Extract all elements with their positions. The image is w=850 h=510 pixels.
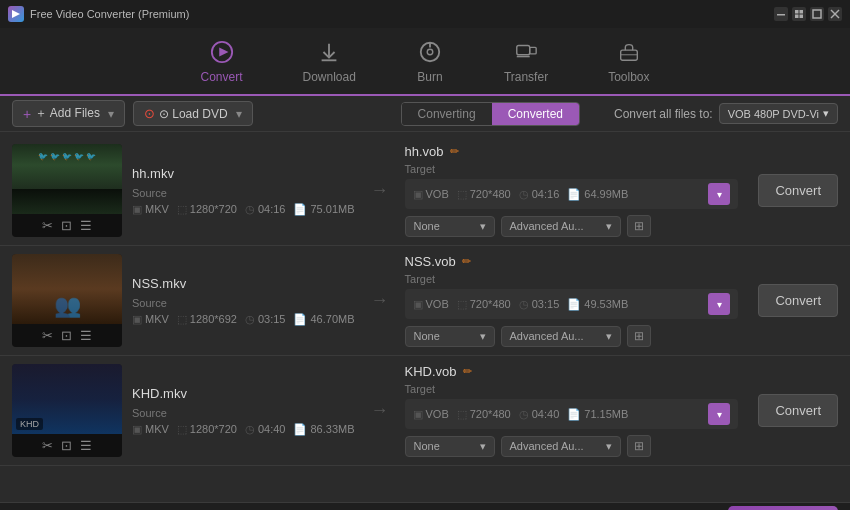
source-label-2: Source [132,297,355,309]
thumb-img-2: 👥 [12,254,122,324]
svg-marker-10 [219,47,228,56]
file-item-2: 👥 ✂ ⊡ ☰ NSS.mkv Source ▣ MKV ⬚ 1280*692 [0,246,850,356]
add-files-dropdown-icon[interactable]: ▾ [108,107,114,121]
toolbar: + ＋ Add Files ▾ ⊙ ⊙ Load DVD ▾ Convertin… [0,96,850,132]
target-size-1: 📄 64.99MB [567,188,628,201]
file-info-3: KHD.mkv Source ▣MKV ⬚1280*720 ◷04:40 📄86… [132,364,355,457]
target-row-2: ▣VOB ⬚720*480 ◷03:15 📄49.53MB ▾ [405,289,739,319]
source-size-2: 📄 46.70MB [293,313,354,326]
svg-point-14 [427,49,433,55]
svg-rect-17 [530,47,536,53]
target-extra-2: None ▾ Advanced Au... ▾ ⊞ [405,325,739,347]
subtitle-select-2[interactable]: None ▾ [405,326,495,347]
format-icon-1: ▣ [132,203,142,216]
app-icon [8,6,24,22]
scissors-icon-3[interactable]: ✂ [42,438,53,453]
subtitle-select-1[interactable]: None ▾ [405,216,495,237]
source-dur-2: ◷ 03:15 [245,313,286,326]
format-dropdown-icon: ▾ [823,107,829,120]
edit-icon-3[interactable]: ✏ [463,365,472,378]
crop-icon-2[interactable]: ⊡ [61,328,72,343]
restore-button[interactable] [810,7,824,21]
edit-icon-2[interactable]: ✏ [462,255,471,268]
adjust-btn-1[interactable]: ⊞ [627,215,651,237]
format-value: VOB 480P DVD-Vi [728,108,819,120]
adjust-btn-2[interactable]: ⊞ [627,325,651,347]
advanced-select-3[interactable]: Advanced Au... ▾ [501,436,621,457]
convert-icon [208,38,236,66]
nav-transfer[interactable]: Transfer [504,38,548,84]
crop-icon-3[interactable]: ⊡ [61,438,72,453]
tab-converting[interactable]: Converting [402,103,492,125]
source-dur-1: ◷ 04:16 [245,203,286,216]
thumbnail-3: KHD ✂ ⊡ ☰ [12,364,122,457]
load-dvd-dropdown-icon[interactable]: ▾ [236,107,242,121]
target-format-1: ▣ VOB [413,188,449,201]
svg-rect-5 [800,15,804,19]
scissors-icon-1[interactable]: ✂ [42,218,53,233]
target-row-1: ▣ VOB ⬚ 720*480 ◷ 04:16 📄 64.99MB [405,179,739,209]
source-res-2: ⬚ 1280*692 [177,313,237,326]
target-dropdown-btn-2[interactable]: ▾ [708,293,730,315]
advanced-select-1[interactable]: Advanced Au... ▾ [501,216,621,237]
target-extra-3: None ▾ Advanced Au... ▾ ⊞ [405,435,739,457]
target-row-3: ▣VOB ⬚720*480 ◷04:40 📄71.15MB ▾ [405,399,739,429]
target-dropdown-btn-3[interactable]: ▾ [708,403,730,425]
svg-rect-4 [795,15,799,19]
target-filename-2: NSS.vob [405,254,456,269]
convert-all-button[interactable]: Convert All [728,506,838,511]
format-select[interactable]: VOB 480P DVD-Vi ▾ [719,103,838,124]
convert-button-1[interactable]: Convert [758,174,838,207]
thumb-img-3: KHD [12,364,122,434]
thumb-img-1: 🐦🐦🐦 🐦🐦 [12,144,122,214]
nav-download-label: Download [303,70,356,84]
subtitle-select-3[interactable]: None ▾ [405,436,495,457]
arrow-2: → [365,254,395,347]
minimize-button[interactable] [774,7,788,21]
target-meta-3: ▣VOB ⬚720*480 ◷04:40 📄71.15MB [413,408,701,421]
advanced-chevron-icon: ▾ [606,220,612,233]
svg-rect-3 [800,10,804,14]
crop-icon-1[interactable]: ⊡ [61,218,72,233]
thumb-controls-2: ✂ ⊡ ☰ [12,324,122,347]
target-label-2: Target [405,273,739,285]
nav-convert-label: Convert [200,70,242,84]
source-size-1: 📄 75.01MB [293,203,354,216]
source-label-3: Source [132,407,355,419]
dvd-icon: ⊙ [144,106,155,121]
file-item-1: 🐦🐦🐦 🐦🐦 ✂ ⊡ ☰ hh.mkv Source ▣ MKV [0,136,850,246]
tab-converted[interactable]: Converted [492,103,579,125]
edit-icon-1[interactable]: ✏ [450,145,459,158]
effects-icon-2[interactable]: ☰ [80,328,92,343]
settings-button[interactable] [792,7,806,21]
source-res-1: ⬚ 1280*720 [177,203,237,216]
add-files-label: ＋ Add Files [35,105,100,122]
target-dropdown-btn-1[interactable]: ▾ [708,183,730,205]
effects-icon-3[interactable]: ☰ [80,438,92,453]
file-item-3: KHD ✂ ⊡ ☰ KHD.mkv Source ▣MKV ⬚1280*720 … [0,356,850,466]
nav-toolbox[interactable]: Toolbox [608,38,649,84]
nav-convert[interactable]: Convert [200,38,242,84]
convert-button-3[interactable]: Convert [758,394,838,427]
add-files-button[interactable]: + ＋ Add Files ▾ [12,100,125,127]
effects-icon-1[interactable]: ☰ [80,218,92,233]
scissors-icon-2[interactable]: ✂ [42,328,53,343]
load-dvd-button[interactable]: ⊙ ⊙ Load DVD ▾ [133,101,253,126]
adjust-btn-3[interactable]: ⊞ [627,435,651,457]
tab-group: Converting Converted [401,102,580,126]
source-meta-3: ▣MKV ⬚1280*720 ◷04:40 📄86.33MB [132,423,355,436]
advanced-select-2[interactable]: Advanced Au... ▾ [501,326,621,347]
target-label-1: Target [405,163,739,175]
load-dvd-label: ⊙ Load DVD [159,107,228,121]
convert-button-2[interactable]: Convert [758,284,838,317]
nav-download[interactable]: Download [303,38,356,84]
title-bar: Free Video Converter (Premium) [0,0,850,28]
convert-all-label: Convert all files to: [614,107,713,121]
close-button[interactable] [828,7,842,21]
target-header-3: KHD.vob ✏ [405,364,739,379]
plus-icon: + [23,106,31,122]
thumb-controls-3: ✂ ⊡ ☰ [12,434,122,457]
svg-rect-2 [795,10,799,14]
target-filename-1: hh.vob [405,144,444,159]
nav-burn[interactable]: Burn [416,38,444,84]
